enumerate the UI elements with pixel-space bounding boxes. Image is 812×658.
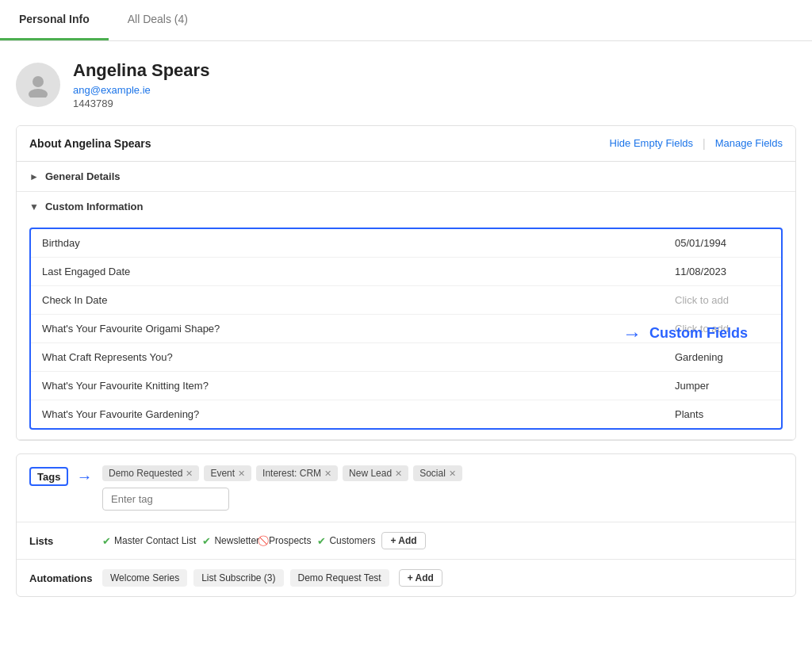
- automation-chips: Welcome SeriesList Subscribe (3)Demo Req…: [102, 569, 389, 587]
- tag-chip: Interest: CRM✕: [256, 465, 338, 481]
- contact-phone: 1443789: [73, 98, 209, 109]
- automations-row: Automations Welcome SeriesList Subscribe…: [17, 560, 795, 596]
- field-label: Birthday: [42, 237, 675, 249]
- custom-field-row: What Craft Represents You? Gardening: [31, 343, 781, 372]
- contact-name: Angelina Spears: [73, 60, 209, 81]
- tag-remove-icon[interactable]: ✕: [186, 469, 193, 479]
- tag-text: Event: [210, 468, 235, 479]
- list-chip-text: Prospects: [269, 535, 311, 546]
- list-chip-text: Newsletter: [214, 535, 259, 546]
- tag-chip: Event✕: [204, 465, 251, 481]
- field-value[interactable]: Click to add: [675, 294, 770, 306]
- custom-field-row: What's Your Favourite Knitting Item? Jum…: [31, 372, 781, 400]
- general-details-label: General Details: [45, 170, 121, 182]
- about-actions: Hide Empty Fields | Manage Fields: [610, 137, 783, 150]
- field-value: 05/01/1994: [675, 237, 770, 249]
- manage-fields-link[interactable]: Manage Fields: [715, 137, 783, 150]
- field-value: Gardening: [675, 351, 770, 363]
- avatar: [16, 63, 60, 107]
- check-icon: ✔: [102, 535, 111, 547]
- tab-all-deals[interactable]: All Deals (4): [109, 0, 207, 40]
- contact-header: Angelina Spears ang@example.ie 1443789: [0, 41, 812, 125]
- tags-lists-section: Tags → Demo Requested✕Event✕Interest: CR…: [16, 453, 796, 597]
- list-chip: ✔Newsletter: [202, 535, 259, 547]
- contact-email[interactable]: ang@example.ie: [73, 84, 209, 96]
- field-label: What's Your Favourite Knitting Item?: [42, 380, 675, 392]
- automation-chip: Welcome Series: [102, 569, 187, 587]
- chevron-right-icon: ►: [29, 171, 39, 182]
- list-chip-text: Customers: [329, 535, 375, 546]
- tag-chip: Demo Requested✕: [102, 465, 199, 481]
- field-label: What Craft Represents You?: [42, 351, 675, 363]
- field-label: Check In Date: [42, 294, 675, 306]
- tag-remove-icon[interactable]: ✕: [238, 469, 245, 479]
- tags-label-box: Tags: [29, 467, 68, 486]
- custom-fields-section: Birthday 05/01/1994 Last Engaged Date 11…: [17, 228, 795, 440]
- field-value: Jumper: [675, 380, 770, 392]
- contact-info: Angelina Spears ang@example.ie 1443789: [73, 60, 209, 109]
- tabs-bar: Personal Info All Deals (4): [0, 0, 812, 41]
- lists-add-button[interactable]: + Add: [381, 532, 425, 549]
- tag-text: Demo Requested: [109, 468, 182, 479]
- field-value[interactable]: Click to add: [675, 323, 770, 335]
- about-title: About Angelina Spears: [29, 137, 151, 150]
- field-label: Last Engaged Date: [42, 266, 675, 277]
- check-icon: ✔: [202, 535, 211, 547]
- tags-content: Demo Requested✕Event✕Interest: CRM✕New L…: [102, 465, 783, 511]
- custom-field-row: Last Engaged Date 11/08/2023: [31, 258, 781, 286]
- chevron-down-icon: ▼: [29, 201, 39, 212]
- lists-chips: ✔Master Contact List✔Newsletter⃠Prospect…: [102, 532, 426, 549]
- tag-text: Social: [419, 468, 446, 479]
- tags-list: Demo Requested✕Event✕Interest: CRM✕New L…: [102, 465, 783, 481]
- tag-chip: New Lead✕: [343, 465, 408, 481]
- custom-field-row: Birthday 05/01/1994: [31, 229, 781, 258]
- list-chip-text: Master Contact List: [114, 535, 196, 546]
- custom-information-label: Custom Information: [45, 201, 144, 212]
- divider: |: [703, 137, 706, 150]
- tag-remove-icon[interactable]: ✕: [449, 469, 456, 479]
- list-chip: ⃠Prospects: [266, 534, 311, 547]
- tag-chip: Social✕: [413, 465, 462, 481]
- list-chip: ✔Master Contact List: [102, 535, 196, 547]
- tags-label-wrapper: Tags →: [29, 465, 93, 486]
- check-icon: ✔: [317, 535, 326, 547]
- svg-point-1: [29, 89, 48, 98]
- field-value: 11/08/2023: [675, 266, 770, 277]
- custom-field-row: Check In Date Click to add: [31, 286, 781, 315]
- tag-remove-icon[interactable]: ✕: [324, 469, 331, 479]
- tag-text: New Lead: [349, 468, 392, 479]
- tag-remove-icon[interactable]: ✕: [395, 469, 402, 479]
- about-section: About Angelina Spears Hide Empty Fields …: [16, 125, 796, 441]
- automation-chip: List Subscribe (3): [193, 569, 283, 587]
- automations-label: Automations: [29, 572, 93, 584]
- general-details-row[interactable]: ► General Details: [17, 162, 795, 192]
- field-label: What's Your Favourite Gardening?: [42, 408, 675, 420]
- page-container: Personal Info All Deals (4) Angelina Spe…: [0, 0, 812, 658]
- tag-input[interactable]: [102, 488, 229, 511]
- custom-field-row: What's Your Favourite Gardening? Plants: [31, 400, 781, 428]
- tag-text: Interest: CRM: [262, 468, 321, 479]
- automations-add-button[interactable]: + Add: [399, 569, 442, 587]
- tags-arrow-icon: →: [76, 468, 92, 486]
- field-value: Plants: [675, 408, 770, 420]
- hide-empty-fields-link[interactable]: Hide Empty Fields: [610, 137, 693, 150]
- tab-personal-info[interactable]: Personal Info: [0, 0, 109, 40]
- field-label: What's Your Favourite Origami Shape?: [42, 323, 675, 335]
- automation-chip: Demo Request Test: [290, 569, 389, 587]
- custom-information-row[interactable]: ▼ Custom Information: [17, 192, 795, 221]
- list-chip: ✔Customers: [317, 535, 375, 547]
- tags-label: Tags: [37, 471, 60, 483]
- main-content: Angelina Spears ang@example.ie 1443789 A…: [0, 41, 812, 597]
- about-header: About Angelina Spears Hide Empty Fields …: [17, 126, 795, 162]
- tags-row: Tags → Demo Requested✕Event✕Interest: CR…: [17, 454, 795, 522]
- svg-point-0: [33, 76, 44, 87]
- custom-field-row: What's Your Favourite Origami Shape? Cli…: [31, 315, 781, 343]
- custom-fields-box: Birthday 05/01/1994 Last Engaged Date 11…: [29, 228, 783, 430]
- lists-row: Lists ✔Master Contact List✔Newsletter⃠Pr…: [17, 522, 795, 560]
- lists-label: Lists: [29, 535, 93, 547]
